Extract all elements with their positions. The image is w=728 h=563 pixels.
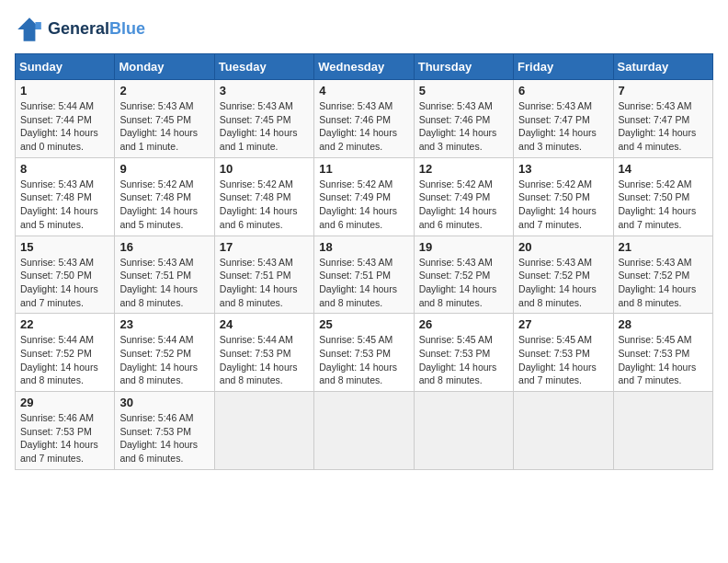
day-number: 29 <box>20 396 109 409</box>
calendar-cell: 17 Sunrise: 5:43 AM Sunset: 7:51 PM Dayl… <box>214 236 313 314</box>
day-info: Sunrise: 5:42 AM Sunset: 7:48 PM Dayligh… <box>220 178 309 232</box>
day-number: 7 <box>619 84 708 98</box>
day-info: Sunrise: 5:43 AM Sunset: 7:47 PM Dayligh… <box>518 99 608 154</box>
header-thursday: Thursday <box>414 54 513 80</box>
day-info: Sunrise: 5:43 AM Sunset: 7:45 PM Dayligh… <box>220 99 309 154</box>
day-number: 21 <box>619 240 708 254</box>
day-number: 12 <box>419 162 508 176</box>
header: GeneralBlue <box>15 15 713 44</box>
header-wednesday: Wednesday <box>314 54 414 80</box>
calendar-cell <box>214 392 313 470</box>
day-number: 14 <box>619 162 708 176</box>
day-info: Sunrise: 5:46 AM Sunset: 7:53 PM Dayligh… <box>20 411 109 465</box>
day-number: 4 <box>319 84 408 98</box>
calendar-cell: 15 Sunrise: 5:43 AM Sunset: 7:50 PM Dayl… <box>16 236 115 314</box>
day-number: 2 <box>119 84 209 98</box>
day-info: Sunrise: 5:42 AM Sunset: 7:49 PM Dayligh… <box>319 178 408 232</box>
calendar-week-2: 8 Sunrise: 5:43 AM Sunset: 7:48 PM Dayli… <box>16 157 713 236</box>
day-number: 13 <box>518 162 608 176</box>
calendar-cell: 8 Sunrise: 5:43 AM Sunset: 7:48 PM Dayli… <box>16 157 115 236</box>
calendar-cell: 5 Sunrise: 5:43 AM Sunset: 7:46 PM Dayli… <box>414 80 513 158</box>
calendar-cell: 21 Sunrise: 5:43 AM Sunset: 7:52 PM Dayl… <box>613 236 712 314</box>
logo-text: GeneralBlue <box>48 20 145 39</box>
day-info: Sunrise: 5:44 AM Sunset: 7:52 PM Dayligh… <box>20 333 109 387</box>
day-number: 30 <box>119 396 209 409</box>
svg-marker-1 <box>35 22 40 29</box>
day-info: Sunrise: 5:43 AM Sunset: 7:48 PM Dayligh… <box>20 178 109 232</box>
calendar-cell: 25 Sunrise: 5:45 AM Sunset: 7:53 PM Dayl… <box>314 314 414 392</box>
day-number: 28 <box>619 317 708 331</box>
calendar-cell: 9 Sunrise: 5:42 AM Sunset: 7:48 PM Dayli… <box>115 157 214 236</box>
calendar-cell: 18 Sunrise: 5:43 AM Sunset: 7:51 PM Dayl… <box>314 236 414 314</box>
calendar-cell: 14 Sunrise: 5:42 AM Sunset: 7:50 PM Dayl… <box>613 157 712 236</box>
day-info: Sunrise: 5:42 AM Sunset: 7:49 PM Dayligh… <box>419 178 508 232</box>
day-number: 5 <box>419 84 508 98</box>
calendar-cell: 7 Sunrise: 5:43 AM Sunset: 7:47 PM Dayli… <box>613 80 712 158</box>
day-number: 9 <box>119 162 209 176</box>
calendar-cell: 27 Sunrise: 5:45 AM Sunset: 7:53 PM Dayl… <box>514 314 613 392</box>
day-number: 19 <box>419 240 508 254</box>
calendar-cell: 4 Sunrise: 5:43 AM Sunset: 7:46 PM Dayli… <box>314 80 414 158</box>
day-info: Sunrise: 5:42 AM Sunset: 7:50 PM Dayligh… <box>619 178 708 232</box>
calendar-cell: 24 Sunrise: 5:44 AM Sunset: 7:53 PM Dayl… <box>214 314 313 392</box>
day-info: Sunrise: 5:43 AM Sunset: 7:51 PM Dayligh… <box>319 256 408 310</box>
day-info: Sunrise: 5:45 AM Sunset: 7:53 PM Dayligh… <box>419 333 508 387</box>
day-info: Sunrise: 5:43 AM Sunset: 7:52 PM Dayligh… <box>518 256 608 310</box>
calendar-week-3: 15 Sunrise: 5:43 AM Sunset: 7:50 PM Dayl… <box>16 236 713 314</box>
calendar-table: Sunday Monday Tuesday Wednesday Thursday… <box>15 53 713 470</box>
day-info: Sunrise: 5:43 AM Sunset: 7:51 PM Dayligh… <box>220 256 309 310</box>
calendar-week-5: 29 Sunrise: 5:46 AM Sunset: 7:53 PM Dayl… <box>16 392 713 470</box>
day-number: 23 <box>119 317 209 331</box>
logo-icon <box>15 15 44 44</box>
calendar-cell <box>613 392 712 470</box>
day-info: Sunrise: 5:42 AM Sunset: 7:48 PM Dayligh… <box>119 178 209 232</box>
day-info: Sunrise: 5:46 AM Sunset: 7:53 PM Dayligh… <box>119 411 209 465</box>
calendar-cell: 1 Sunrise: 5:44 AM Sunset: 7:44 PM Dayli… <box>16 80 115 158</box>
day-number: 20 <box>518 240 608 254</box>
day-number: 3 <box>220 84 309 98</box>
day-info: Sunrise: 5:42 AM Sunset: 7:50 PM Dayligh… <box>518 178 608 232</box>
day-info: Sunrise: 5:44 AM Sunset: 7:52 PM Dayligh… <box>119 333 209 387</box>
day-info: Sunrise: 5:43 AM Sunset: 7:51 PM Dayligh… <box>119 256 209 310</box>
day-number: 15 <box>20 240 109 254</box>
calendar-cell: 22 Sunrise: 5:44 AM Sunset: 7:52 PM Dayl… <box>16 314 115 392</box>
calendar-cell: 10 Sunrise: 5:42 AM Sunset: 7:48 PM Dayl… <box>214 157 313 236</box>
calendar-cell: 20 Sunrise: 5:43 AM Sunset: 7:52 PM Dayl… <box>514 236 613 314</box>
day-info: Sunrise: 5:45 AM Sunset: 7:53 PM Dayligh… <box>518 333 608 387</box>
calendar-cell <box>314 392 414 470</box>
calendar-cell: 11 Sunrise: 5:42 AM Sunset: 7:49 PM Dayl… <box>314 157 414 236</box>
calendar-cell: 26 Sunrise: 5:45 AM Sunset: 7:53 PM Dayl… <box>414 314 513 392</box>
day-number: 24 <box>220 317 309 331</box>
day-number: 11 <box>319 162 408 176</box>
calendar-week-1: 1 Sunrise: 5:44 AM Sunset: 7:44 PM Dayli… <box>16 80 713 158</box>
calendar-cell: 19 Sunrise: 5:43 AM Sunset: 7:52 PM Dayl… <box>414 236 513 314</box>
day-info: Sunrise: 5:44 AM Sunset: 7:53 PM Dayligh… <box>220 333 309 387</box>
day-info: Sunrise: 5:43 AM Sunset: 7:45 PM Dayligh… <box>119 99 209 154</box>
header-sunday: Sunday <box>16 54 115 80</box>
calendar-cell: 12 Sunrise: 5:42 AM Sunset: 7:49 PM Dayl… <box>414 157 513 236</box>
calendar-cell: 29 Sunrise: 5:46 AM Sunset: 7:53 PM Dayl… <box>16 392 115 470</box>
day-number: 22 <box>20 317 109 331</box>
day-number: 16 <box>119 240 209 254</box>
calendar-cell: 16 Sunrise: 5:43 AM Sunset: 7:51 PM Dayl… <box>115 236 214 314</box>
day-number: 18 <box>319 240 408 254</box>
day-number: 6 <box>518 84 608 98</box>
calendar-cell: 3 Sunrise: 5:43 AM Sunset: 7:45 PM Dayli… <box>214 80 313 158</box>
day-info: Sunrise: 5:43 AM Sunset: 7:46 PM Dayligh… <box>319 99 408 154</box>
calendar-cell <box>514 392 613 470</box>
header-friday: Friday <box>514 54 613 80</box>
day-number: 10 <box>220 162 309 176</box>
day-info: Sunrise: 5:45 AM Sunset: 7:53 PM Dayligh… <box>319 333 408 387</box>
calendar-cell: 6 Sunrise: 5:43 AM Sunset: 7:47 PM Dayli… <box>514 80 613 158</box>
calendar-cell: 13 Sunrise: 5:42 AM Sunset: 7:50 PM Dayl… <box>514 157 613 236</box>
day-info: Sunrise: 5:44 AM Sunset: 7:44 PM Dayligh… <box>20 99 109 154</box>
day-number: 1 <box>20 84 109 98</box>
calendar-cell: 2 Sunrise: 5:43 AM Sunset: 7:45 PM Dayli… <box>115 80 214 158</box>
calendar-week-4: 22 Sunrise: 5:44 AM Sunset: 7:52 PM Dayl… <box>16 314 713 392</box>
header-monday: Monday <box>115 54 214 80</box>
calendar-cell: 23 Sunrise: 5:44 AM Sunset: 7:52 PM Dayl… <box>115 314 214 392</box>
weekday-header-row: Sunday Monday Tuesday Wednesday Thursday… <box>16 54 713 80</box>
calendar-cell: 28 Sunrise: 5:45 AM Sunset: 7:53 PM Dayl… <box>613 314 712 392</box>
day-info: Sunrise: 5:43 AM Sunset: 7:52 PM Dayligh… <box>419 256 508 310</box>
header-tuesday: Tuesday <box>214 54 313 80</box>
